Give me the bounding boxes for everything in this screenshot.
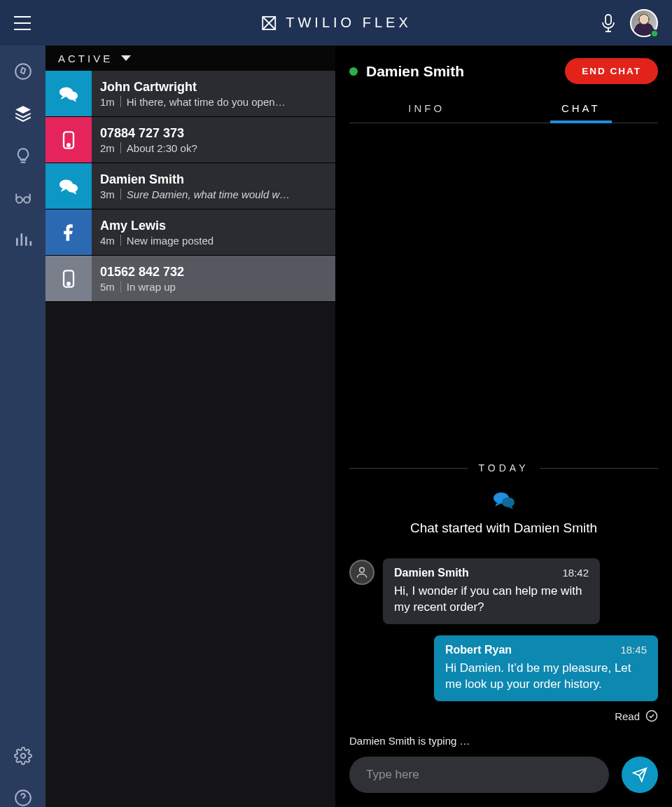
channel-chat-icon (46, 71, 92, 116)
svg-point-14 (67, 282, 70, 285)
separator-icon (120, 188, 121, 200)
task-preview: New image posted (127, 235, 214, 247)
microphone-icon[interactable] (601, 14, 616, 32)
message-sender: Damien Smith (394, 567, 469, 579)
nav-lightbulb-icon[interactable] (14, 146, 32, 165)
send-button[interactable] (622, 757, 658, 793)
separator-icon (120, 281, 121, 292)
svg-point-17 (360, 568, 365, 573)
task-item[interactable]: 07884 727 3732mAbout 2:30 ok? (46, 117, 335, 163)
send-icon (632, 767, 648, 782)
tab-chat[interactable]: CHAT (504, 95, 659, 123)
message-avatar-icon (349, 560, 374, 585)
channel-voice-icon (46, 256, 92, 301)
task-title: John Cartwright (100, 80, 327, 95)
chat-started-text: Chat started with Damien Smith (349, 520, 658, 536)
svg-point-16 (502, 497, 514, 507)
svg-point-10 (67, 144, 70, 146)
date-divider-label: TODAY (479, 462, 529, 474)
presence-indicator-icon (650, 29, 659, 38)
svg-point-12 (66, 184, 78, 192)
task-preview: Sure Damien, what time would w… (127, 188, 290, 200)
message-time: 18:45 (620, 644, 647, 656)
channel-chat-icon (46, 163, 92, 209)
nav-rail (0, 46, 46, 807)
brand-text: TWILIO FLEX (286, 15, 411, 31)
task-time: 2m (100, 142, 115, 154)
status-indicator-icon (349, 67, 358, 76)
task-title: Damien Smith (100, 172, 327, 187)
svg-rect-1 (606, 15, 611, 25)
message-outgoing: Robert Ryan18:45Hi Damien. It’d be my pl… (349, 635, 658, 701)
svg-point-8 (66, 91, 78, 99)
task-time: 4m (100, 235, 115, 247)
conversation-tabs: INFO CHAT (349, 95, 658, 123)
message-time: 18:42 (562, 567, 589, 579)
nav-glasses-icon[interactable] (14, 188, 32, 207)
task-title: 01562 842 732 (100, 265, 327, 280)
task-preview: About 2:30 ok? (127, 142, 197, 154)
nav-settings-icon[interactable] (14, 747, 32, 765)
task-preview: Hi there, what time do you open… (127, 96, 286, 108)
svg-point-2 (15, 64, 31, 79)
task-list: ACTIVE John Cartwright1mHi there, what t… (46, 46, 335, 807)
message-bubble: Damien Smith18:42Hi, I wonder if you can… (383, 558, 600, 624)
conversation-name: Damien Smith (366, 63, 464, 80)
task-filter[interactable]: ACTIVE (46, 46, 335, 71)
nav-compass-icon[interactable] (14, 62, 32, 81)
chevron-down-icon (121, 55, 131, 61)
separator-icon (120, 235, 121, 246)
svg-point-3 (16, 197, 22, 203)
task-time: 1m (100, 96, 115, 108)
task-preview: In wrap up (127, 281, 176, 293)
message-text: Hi Damien. It’d be my pleasure, Let me l… (445, 661, 647, 693)
end-chat-button[interactable]: END CHAT (565, 58, 658, 84)
channel-voice-icon (46, 117, 92, 163)
message-composer (349, 757, 658, 807)
task-item[interactable]: Damien Smith3mSure Damien, what time wou… (46, 163, 335, 209)
conversation-panel: Damien Smith END CHAT INFO CHAT TODAY Ch… (335, 46, 672, 807)
read-receipt: Read (349, 710, 658, 722)
brand-logo-icon (260, 15, 277, 32)
message-input[interactable] (349, 757, 609, 793)
tab-info[interactable]: INFO (349, 95, 504, 123)
nav-help-icon[interactable] (14, 789, 32, 807)
svg-point-18 (647, 711, 657, 722)
message-sender: Robert Ryan (445, 644, 512, 656)
read-receipt-label: Read (615, 710, 640, 722)
menu-icon[interactable] (14, 16, 31, 30)
task-item[interactable]: John Cartwright1mHi there, what time do … (46, 71, 335, 117)
task-time: 3m (100, 188, 115, 200)
svg-point-5 (20, 754, 25, 759)
task-time: 5m (100, 281, 115, 293)
separator-icon (120, 96, 121, 107)
message-bubble: Robert Ryan18:45Hi Damien. It’d be my pl… (434, 635, 658, 701)
message-text: Hi, I wonder if you can help me with my … (394, 584, 589, 616)
task-title: Amy Lewis (100, 219, 327, 233)
svg-point-4 (24, 197, 30, 203)
typing-indicator: Damien Smith is typing … (349, 735, 658, 747)
chat-bubbles-icon (349, 490, 658, 515)
channel-facebook-icon (46, 209, 92, 255)
conversation-header: Damien Smith END CHAT (349, 46, 658, 84)
separator-icon (120, 142, 121, 153)
date-divider: TODAY (349, 462, 658, 474)
task-title: 07884 727 373 (100, 126, 327, 141)
task-filter-label: ACTIVE (58, 53, 113, 64)
task-item[interactable]: 01562 842 7325mIn wrap up (46, 256, 335, 302)
top-bar: TWILIO FLEX (0, 0, 672, 46)
checkmark-circle-icon (645, 710, 658, 722)
nav-stats-icon[interactable] (14, 230, 32, 249)
nav-tasks-icon[interactable] (14, 104, 32, 123)
task-item[interactable]: Amy Lewis4mNew image posted (46, 209, 335, 256)
user-avatar[interactable] (630, 9, 658, 37)
chat-started-notice: Chat started with Damien Smith (349, 490, 658, 536)
message-incoming: Damien Smith18:42Hi, I wonder if you can… (349, 558, 658, 624)
brand: TWILIO FLEX (260, 15, 411, 32)
